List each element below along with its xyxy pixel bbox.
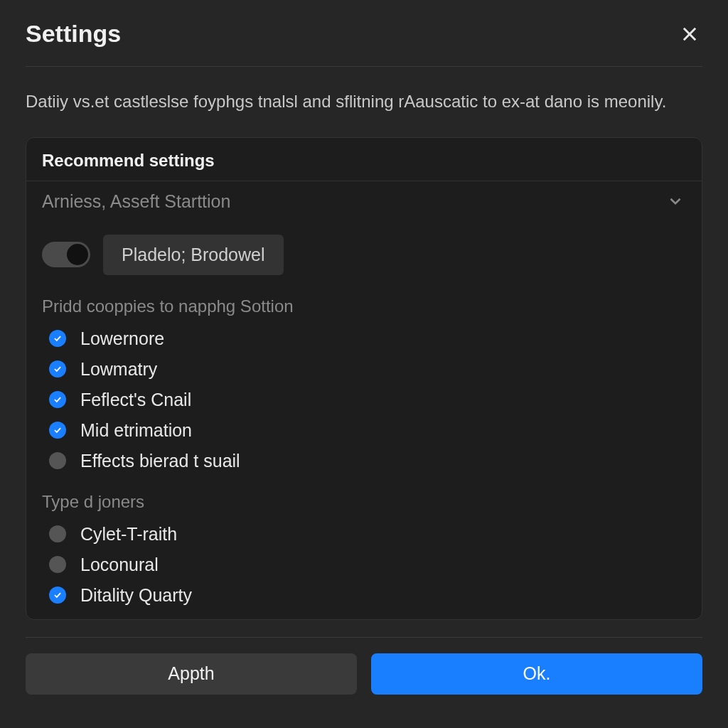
ok-button[interactable]: Ok. <box>371 653 702 695</box>
check-icon <box>49 360 66 378</box>
apply-button[interactable]: Appth <box>26 653 357 695</box>
toggle-chip: Pladelo; Brodowel <box>103 235 284 275</box>
check-icon <box>49 587 66 604</box>
dialog-description: Datiiy vs.et castleslse foyphgs tnalsl a… <box>0 67 728 132</box>
dialog-footer: Appth Ok. <box>0 638 728 695</box>
group1-item-0[interactable]: Lowernore <box>42 323 686 354</box>
preset-dropdown[interactable]: Arniess, Asseft Starttion <box>26 181 702 225</box>
check-label: Feflect's Cnail <box>80 390 191 410</box>
check-icon <box>49 422 66 439</box>
check-label: Cylet-T-raith <box>80 524 177 545</box>
settings-dialog: Settings Datiiy vs.et castleslse foyphgs… <box>0 0 728 728</box>
check-icon <box>49 330 66 347</box>
uncheck-icon <box>49 452 66 469</box>
chevron-down-icon <box>666 192 685 210</box>
settings-panel: Recommend settings Arniess, Asseft Start… <box>26 137 702 620</box>
uncheck-icon <box>49 525 66 542</box>
group1-item-4[interactable]: Effects bierad t suail <box>42 446 686 476</box>
group-2-label: Type d joners <box>42 488 686 519</box>
group1-item-3[interactable]: Mid etrimation <box>42 415 686 446</box>
group2-item-0[interactable]: Cylet-T-raith <box>42 519 686 550</box>
dialog-title: Settings <box>26 20 121 48</box>
group1-item-2[interactable]: Feflect's Cnail <box>42 385 686 415</box>
close-icon <box>680 24 700 44</box>
dialog-header: Settings <box>0 0 728 60</box>
group-1-label: Pridd cooppies to napphg Sottion <box>42 292 686 323</box>
close-button[interactable] <box>677 21 702 47</box>
toggle-row: Pladelo; Brodowel <box>26 225 702 289</box>
check-label: Effects bierad t suail <box>80 451 240 471</box>
toggle-knob <box>67 244 88 265</box>
check-label: Lowernore <box>80 328 164 349</box>
check-label: Lowmatry <box>80 359 157 380</box>
check-icon <box>49 391 66 408</box>
check-label: Mid etrimation <box>80 420 192 441</box>
option-group-1: Pridd cooppies to napphg Sottion Lowerno… <box>26 289 702 485</box>
check-label: Loconural <box>80 555 159 575</box>
group2-item-1[interactable]: Loconural <box>42 550 686 580</box>
panel-title: Recommend settings <box>26 138 702 181</box>
uncheck-icon <box>49 556 66 573</box>
check-label: Ditality Quarty <box>80 585 192 606</box>
group1-item-1[interactable]: Lowmatry <box>42 354 686 385</box>
option-group-2: Type d joners Cylet-T-raithLoconuralDita… <box>26 485 702 619</box>
dropdown-label: Arniess, Asseft Starttion <box>42 191 230 212</box>
group2-item-2[interactable]: Ditality Quarty <box>42 580 686 611</box>
feature-toggle[interactable] <box>42 242 90 267</box>
